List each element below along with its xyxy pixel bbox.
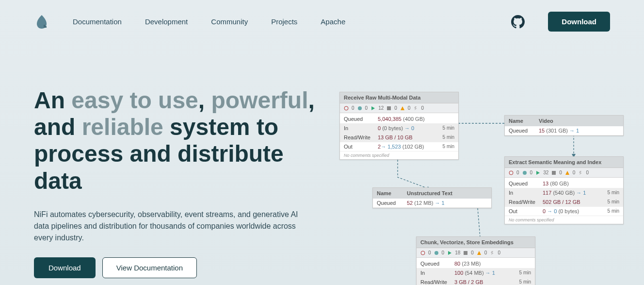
card-chunk: Chunk, Vectorize, Store Embeddings 0 0 1… xyxy=(416,236,535,285)
svg-marker-24 xyxy=(491,251,494,255)
svg-rect-0 xyxy=(44,25,45,26)
status-icons-row: 0 0 12 0 0 0 xyxy=(340,103,458,113)
stop-icon xyxy=(463,251,468,255)
hero: An easy to use, powerful, and reliable s… xyxy=(0,43,644,278)
gear-icon xyxy=(522,170,527,175)
status-icons-row: 0 0 18 0 0 0 xyxy=(417,248,535,258)
nav-development[interactable]: Development xyxy=(145,17,188,26)
hero-content: An easy to use, powerful, and reliable s… xyxy=(34,63,315,278)
svg-point-8 xyxy=(358,106,362,110)
card-receive: Receive Raw Multi-Modal Data 0 0 12 0 0 … xyxy=(339,92,459,160)
card-video: NameVideo Queued15 (301 GB) → 1 xyxy=(504,115,624,136)
status-icons-row: 0 0 32 0 0 0 xyxy=(505,168,623,178)
card-title: Receive Raw Multi-Modal Data xyxy=(340,92,458,103)
footnote: No comments specified xyxy=(340,151,458,159)
nav-community[interactable]: Community xyxy=(211,17,248,26)
nifi-logo-icon xyxy=(34,14,49,30)
header: Documentation Development Community Proj… xyxy=(0,0,644,43)
download-button-header[interactable]: Download xyxy=(548,12,610,32)
circle-icon xyxy=(420,251,425,255)
svg-marker-17 xyxy=(565,171,569,175)
play-icon xyxy=(370,106,375,111)
nav-documentation[interactable]: Documentation xyxy=(73,17,122,26)
nav-links: Documentation Development Community Proj… xyxy=(73,17,488,26)
gear-icon xyxy=(357,106,362,111)
warning-icon xyxy=(400,106,405,111)
play-icon xyxy=(535,170,540,175)
download-button-hero[interactable]: Download xyxy=(34,257,96,278)
card-title: Chunk, Vectorize, Store Embeddings xyxy=(417,237,535,248)
flow-diagram: Receive Raw Multi-Modal Data 0 0 12 0 0 … xyxy=(335,63,610,278)
stop-icon xyxy=(551,170,556,175)
hero-buttons: Download View Documentation xyxy=(34,257,315,278)
stop-icon xyxy=(386,106,391,111)
nav-apache[interactable]: Apache xyxy=(321,17,345,26)
svg-point-14 xyxy=(523,171,527,175)
view-documentation-button[interactable]: View Documentation xyxy=(102,257,197,278)
svg-point-13 xyxy=(509,171,513,175)
circle-icon xyxy=(344,106,349,111)
card-extract: Extract Semantic Meaning and Index 0 0 3… xyxy=(504,156,624,224)
svg-point-7 xyxy=(344,106,348,110)
svg-rect-10 xyxy=(387,106,391,110)
svg-marker-23 xyxy=(477,251,481,255)
hero-title: An easy to use, powerful, and reliable s… xyxy=(34,87,315,194)
nav-projects[interactable]: Projects xyxy=(271,17,297,26)
svg-point-20 xyxy=(435,251,438,255)
svg-marker-21 xyxy=(448,251,451,255)
flash-icon xyxy=(578,170,583,175)
svg-rect-16 xyxy=(552,171,556,175)
flash-icon xyxy=(490,251,495,255)
svg-marker-11 xyxy=(401,106,404,110)
circle-icon xyxy=(509,170,514,175)
svg-rect-2 xyxy=(44,26,45,28)
play-icon xyxy=(447,251,452,255)
svg-rect-22 xyxy=(464,251,467,255)
svg-marker-15 xyxy=(536,171,540,175)
github-icon[interactable] xyxy=(511,15,525,29)
card-unstructured: NameUnstructured Text Queued52 (12 MB) →… xyxy=(372,187,492,208)
warning-icon xyxy=(477,251,482,255)
svg-marker-12 xyxy=(414,106,417,110)
svg-point-19 xyxy=(421,251,425,255)
svg-rect-1 xyxy=(45,26,47,28)
svg-marker-9 xyxy=(371,106,375,110)
flash-icon xyxy=(413,106,418,111)
warning-icon xyxy=(565,170,570,175)
card-title: Extract Semantic Meaning and Index xyxy=(505,157,623,168)
hero-description: NiFi automates cybersecurity, observabil… xyxy=(34,209,315,244)
gear-icon xyxy=(434,251,439,255)
svg-marker-18 xyxy=(579,171,582,175)
footnote: No comments specified xyxy=(505,216,623,224)
